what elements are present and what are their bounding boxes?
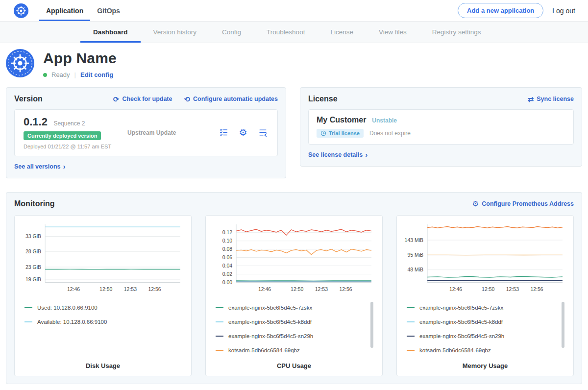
disk-usage-chart: 19 GiB23 GiB28 GiB33 GiB12:4612:5012:531…	[21, 221, 185, 295]
subtab-registry-settings[interactable]: Registry settings	[419, 22, 494, 43]
legend-scrollbar[interactable]	[562, 302, 564, 348]
license-card: License ⇄ Sync license My Customer Unsta…	[300, 87, 582, 167]
subtab-view-files[interactable]: View files	[366, 22, 419, 43]
subtab-license[interactable]: License	[318, 22, 366, 43]
legend-label: example-nginx-5bc6f5d4c5-k8ddf	[419, 319, 503, 325]
svg-text:12:46: 12:46	[449, 286, 462, 292]
charts-row: 19 GiB23 GiB28 GiB33 GiB12:4612:5012:531…	[14, 215, 574, 376]
chevron-right-icon: ›	[365, 151, 368, 158]
page-title: App Name	[43, 50, 117, 67]
legend-swatch	[24, 307, 32, 308]
legend-item: kotsadm-5db6dc6584-69qbz	[216, 343, 373, 358]
top-nav: Application GitOps Add a new application…	[0, 0, 588, 22]
legend-item: example-nginx-5bc6f5d4c5-sn29h	[407, 329, 564, 343]
memory-usage-legend: example-nginx-5bc6f5d4c5-7zskxexample-ng…	[407, 301, 564, 358]
sync-license-link[interactable]: ⇄ Sync license	[528, 96, 574, 103]
svg-text:12:50: 12:50	[291, 286, 303, 292]
version-header-links: ⟳ Check for update ⟲ Configure automatic…	[113, 96, 278, 103]
legend-label: example-nginx-5bc6f5d4c5-7zskx	[228, 305, 312, 311]
add-application-button[interactable]: Add a new application	[458, 3, 543, 18]
legend-item: example-nginx-5bc6f5d4c5-7zskx	[216, 301, 373, 315]
subtab-dashboard[interactable]: Dashboard	[80, 22, 141, 43]
configure-automatic-updates-label: Configure automatic updates	[193, 96, 278, 102]
customer-name: My Customer	[317, 116, 366, 124]
legend-swatch	[407, 321, 415, 322]
check-for-update-link[interactable]: ⟳ Check for update	[113, 96, 172, 103]
version-action-icons: ⚙	[218, 127, 269, 139]
monitoring-header: Monitoring ⚙ Configure Prometheus Addres…	[14, 199, 574, 208]
see-license-details-link[interactable]: See license details ›	[308, 151, 368, 158]
memory-usage-chart: 48 MiB95 MiB143 MiB12:4612:5012:5312:56	[403, 221, 567, 295]
auto-update-icon: ⟲	[184, 96, 190, 103]
svg-text:12:56: 12:56	[148, 286, 161, 292]
svg-text:12:56: 12:56	[339, 286, 352, 292]
subtab-version-history-label: Version history	[153, 28, 197, 36]
legend-label: example-nginx-5bc6f5d4c5-sn29h	[228, 333, 313, 339]
tab-gitops[interactable]: GitOps	[90, 0, 127, 21]
trial-license-label: Trial license	[329, 130, 360, 136]
svg-text:12:56: 12:56	[530, 286, 543, 292]
legend-item: example-nginx-5bc6f5d4c5-k8ddf	[216, 315, 373, 329]
deployed-timestamp: Deployed 01/21/22 @ 11:57 am EST	[24, 144, 127, 149]
release-notes-icon[interactable]	[218, 127, 229, 139]
status-text: Ready	[51, 71, 70, 78]
license-info-row: My Customer Unstable Trial license Does …	[308, 109, 574, 145]
subtab-config-label: Config	[222, 28, 241, 36]
status-dot-icon	[43, 73, 47, 77]
subtab-dashboard-label: Dashboard	[93, 28, 128, 36]
legend-item: example-nginx-5bc6f5d4c5-k8ddf	[407, 315, 564, 329]
subtab-troubleshoot[interactable]: Troubleshoot	[254, 22, 318, 43]
legend-swatch	[216, 307, 223, 308]
svg-text:0.00: 0.00	[222, 279, 233, 285]
legend-swatch	[216, 321, 223, 322]
legend-label: Used: 10.128.0.66:9100	[37, 305, 98, 311]
gear-icon: ⚙	[472, 200, 479, 207]
view-diff-icon[interactable]	[257, 127, 269, 139]
monitoring-card: Monitoring ⚙ Configure Prometheus Addres…	[6, 192, 582, 384]
legend-label: example-nginx-5bc6f5d4c5-sn29h	[419, 333, 504, 339]
sync-icon: ⇄	[528, 96, 534, 103]
svg-text:12:53: 12:53	[315, 286, 328, 292]
legend-item: Used: 10.128.0.66:9100	[24, 301, 182, 315]
svg-text:0.02: 0.02	[222, 270, 233, 276]
config-gear-icon[interactable]: ⚙	[237, 127, 249, 139]
legend-label: kotsadm-5db6dc6584-69qbz	[228, 347, 300, 353]
version-title: Version	[14, 95, 43, 103]
license-card-header: License ⇄ Sync license	[308, 95, 574, 103]
configure-automatic-updates-link[interactable]: ⟲ Configure automatic updates	[184, 96, 278, 103]
top-nav-right: Add a new application Log out	[458, 3, 575, 18]
legend-swatch	[216, 350, 223, 351]
upstream-update-label: Upstream Update	[127, 129, 176, 136]
current-version-info: 0.1.2 Sequence 2 Currently deployed vers…	[24, 116, 127, 149]
tab-gitops-label: GitOps	[97, 7, 120, 15]
legend-item: kotsadm-5db6dc6584-69qbz	[407, 343, 564, 358]
disk-usage-legend: Used: 10.128.0.66:9100Available: 10.128.…	[24, 301, 182, 358]
svg-text:0.06: 0.06	[222, 254, 233, 260]
legend-scrollbar[interactable]	[370, 302, 373, 348]
top-nav-tabs: Application GitOps	[39, 0, 127, 21]
svg-text:0.08: 0.08	[222, 246, 233, 252]
legend-swatch	[407, 336, 415, 337]
trial-license-badge: Trial license	[317, 129, 364, 138]
svg-text:95 MiB: 95 MiB	[407, 252, 423, 258]
license-channel: Unstable	[372, 117, 397, 124]
subtab-troubleshoot-label: Troubleshoot	[267, 28, 305, 36]
cpu-usage-chart-card: 0.000.020.040.060.080.100.1212:4612:5012…	[205, 215, 383, 376]
version-sequence: Sequence 2	[53, 120, 85, 127]
logout-link[interactable]: Log out	[552, 7, 575, 15]
legend-swatch	[407, 307, 415, 308]
configure-prometheus-link[interactable]: ⚙ Configure Prometheus Address	[472, 200, 574, 207]
see-all-versions-link[interactable]: See all versions ›	[14, 163, 66, 170]
kubernetes-logo-icon	[14, 3, 28, 18]
check-for-update-label: Check for update	[122, 96, 172, 102]
app-logo-icon	[6, 49, 34, 77]
disk-usage-chart-card: 19 GiB23 GiB28 GiB33 GiB12:4612:5012:531…	[14, 215, 192, 376]
cpu-usage-legend: example-nginx-5bc6f5d4c5-7zskxexample-ng…	[216, 301, 373, 358]
chart-title: Disk Usage	[21, 362, 185, 369]
svg-text:19 GiB: 19 GiB	[25, 276, 41, 282]
tab-application[interactable]: Application	[39, 0, 90, 21]
app-header-text: App Name Ready | Edit config	[43, 49, 117, 78]
subtab-config[interactable]: Config	[209, 22, 254, 43]
subtab-version-history[interactable]: Version history	[141, 22, 210, 43]
edit-config-link[interactable]: Edit config	[80, 71, 113, 78]
